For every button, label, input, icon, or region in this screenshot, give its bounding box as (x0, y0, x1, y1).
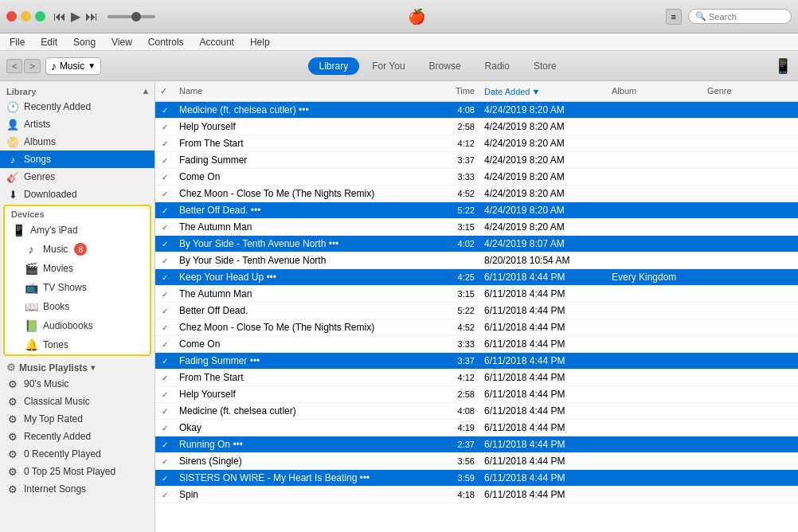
col-genre[interactable]: Genre (702, 84, 798, 98)
table-row[interactable]: ✓ Fading Summer ••• 3:37 6/11/2018 4:44 … (155, 353, 798, 370)
playlist-internet-songs[interactable]: ⚙ Internet Songs (0, 480, 155, 498)
row-date-added: 6/11/2018 4:44 PM (479, 388, 607, 401)
menu-song[interactable]: Song (70, 35, 99, 49)
table-row[interactable]: ✓ Chez Moon - Close To Me (The Nights Re… (155, 319, 798, 336)
next-button[interactable]: ⏭ (85, 10, 98, 24)
music-selector[interactable]: ♪ Music ▼ (45, 57, 101, 75)
table-row[interactable]: ✓ Sirens (Single) 3:56 6/11/2018 4:44 PM (155, 453, 798, 470)
transport-controls: ⏮ ▶ ⏭ (53, 9, 160, 24)
table-row[interactable]: ✓ By Your Side - Tenth Avenue North 8/20… (155, 252, 798, 269)
device-movies[interactable]: 🎬 Movies (5, 259, 150, 278)
device-music[interactable]: ♪ Music 8 (5, 240, 150, 259)
col-date-added[interactable]: Date Added ▼ (479, 84, 607, 98)
table-row[interactable]: ✓ Come On 3:33 4/24/2019 8:20 AM (155, 169, 798, 186)
device-audiobooks[interactable]: 📗 Audiobooks (5, 316, 150, 335)
menu-bar: File Edit Song View Controls Account Hel… (0, 33, 798, 51)
table-row[interactable]: ✓ Fading Summer 3:37 4/24/2019 8:20 AM (155, 152, 798, 169)
sidebar-item-artists[interactable]: 👤 Artists (0, 115, 155, 133)
sidebar-item-downloaded[interactable]: ⬇ Downloaded (0, 186, 155, 203)
row-name: Okay (174, 421, 432, 434)
table-row[interactable]: ✓ Medicine (ft. chelsea cutler) 4:08 6/1… (155, 403, 798, 420)
list-view-button[interactable]: ≡ (666, 9, 682, 25)
table-row[interactable]: ✓ Come On 3:33 6/11/2018 4:44 PM (155, 336, 798, 353)
row-genre (702, 310, 798, 311)
menu-controls[interactable]: Controls (145, 35, 187, 49)
menu-file[interactable]: File (6, 35, 28, 49)
row-name: SISTERS ON WIRE - My Heart Is Beating ••… (174, 471, 432, 484)
col-album[interactable]: Album (607, 84, 702, 98)
row-genre (702, 109, 798, 111)
playlist-top25-most-played[interactable]: ⚙ 0 Top 25 Most Played (0, 463, 155, 480)
playlist-recently-added[interactable]: ⚙ Recently Added (0, 428, 155, 445)
row-album (607, 410, 702, 412)
device-amys-ipad[interactable]: 📱 Amy's iPad (5, 221, 150, 240)
table-row[interactable]: ✓ Okay 4:19 6/11/2018 4:44 PM (155, 420, 798, 436)
row-date-added: 6/11/2018 4:44 PM (479, 421, 607, 434)
menu-view[interactable]: View (108, 35, 135, 49)
table-row[interactable]: ✓ Help Yourself 2:58 6/11/2018 4:44 PM (155, 386, 798, 403)
sidebar-item-genres[interactable]: 🎸 Genres (0, 168, 155, 186)
device-books[interactable]: 📖 Books (5, 297, 150, 316)
playlists-section-header[interactable]: ⚙ Music Playlists ▾ (0, 358, 155, 375)
sidebar-item-recently-added[interactable]: 🕐 Recently Added (0, 98, 155, 115)
prev-button[interactable]: ⏮ (53, 10, 66, 24)
table-row[interactable]: ✓ Keep Your Head Up ••• 4:25 6/11/2018 4… (155, 269, 798, 286)
table-row[interactable]: ✓ Running On ••• 2:37 6/11/2018 4:44 PM (155, 436, 798, 453)
table-row[interactable]: ✓ SISTERS ON WIRE - My Heart Is Beating … (155, 470, 798, 487)
col-name[interactable]: Name (174, 84, 432, 98)
notification-badge: 8 (74, 243, 87, 256)
forward-button[interactable]: > (24, 59, 40, 73)
tab-library[interactable]: Library (308, 57, 360, 75)
row-album (607, 143, 702, 144)
row-check: ✓ (155, 105, 174, 115)
table-row[interactable]: ✓ Spin 4:18 6/11/2018 4:44 PM (155, 487, 798, 503)
row-name: Come On (174, 170, 432, 183)
songs-icon: ♪ (6, 153, 19, 166)
collapse-icon[interactable]: ▴ (143, 86, 148, 96)
nav-bar: < > ♪ Music ▼ Library For You Browse Rad… (0, 51, 798, 81)
close-button[interactable] (6, 11, 17, 22)
tab-store[interactable]: Store (522, 57, 568, 75)
row-album (607, 209, 702, 211)
row-genre (702, 343, 798, 345)
tab-radio[interactable]: Radio (474, 57, 521, 75)
playlist-90s-music[interactable]: ⚙ 90's Music (0, 375, 155, 393)
table-row[interactable]: ✓ Help Yourself 2:58 4/24/2019 8:20 AM (155, 119, 798, 135)
tab-browse[interactable]: Browse (418, 57, 472, 75)
albums-icon: 📀 (6, 135, 19, 148)
menu-account[interactable]: Account (197, 35, 237, 49)
device-tvshows[interactable]: 📺 TV Shows (5, 278, 150, 297)
row-album (607, 176, 702, 178)
back-button[interactable]: < (6, 59, 22, 73)
search-box[interactable]: 🔍 (688, 9, 792, 24)
playlist-recently-played[interactable]: ⚙ 0 Recently Played (0, 445, 155, 463)
row-time: 4:08 (432, 405, 479, 417)
table-row[interactable]: ✓ From The Start 4:12 4/24/2019 8:20 AM (155, 135, 798, 152)
table-row[interactable]: ✓ By Your Side - Tenth Avenue North ••• … (155, 236, 798, 252)
col-time[interactable]: Time (432, 84, 479, 98)
table-row[interactable]: ✓ Better Off Dead. 5:22 6/11/2018 4:44 P… (155, 303, 798, 319)
menu-help[interactable]: Help (247, 35, 273, 49)
device-tones[interactable]: 🔔 Tones (5, 335, 150, 354)
table-row[interactable]: ✓ Better Off Dead. ••• 5:22 4/24/2019 8:… (155, 202, 798, 219)
table-row[interactable]: ✓ Chez Moon - Close To Me (The Nights Re… (155, 186, 798, 202)
sidebar-item-songs[interactable]: ♪ Songs (0, 151, 155, 168)
search-input[interactable] (709, 12, 784, 22)
row-check: ✓ (155, 473, 174, 483)
menu-edit[interactable]: Edit (37, 35, 61, 49)
minimize-button[interactable] (21, 11, 31, 22)
tab-foryou[interactable]: For You (361, 57, 416, 75)
sidebar-item-albums[interactable]: 📀 Albums (0, 133, 155, 151)
table-row[interactable]: ✓ The Autumn Man 3:15 6/11/2018 4:44 PM (155, 286, 798, 303)
row-genre (702, 143, 798, 144)
volume-slider[interactable] (108, 15, 155, 18)
table-row[interactable]: ✓ Medicine (ft. chelsea cutler) ••• 4:08… (155, 102, 798, 119)
playlist-my-top-rated[interactable]: ⚙ My Top Rated (0, 410, 155, 428)
maximize-button[interactable] (35, 11, 45, 22)
playlist-classical[interactable]: ⚙ Classical Music (0, 393, 155, 410)
table-row[interactable]: ✓ From The Start 4:12 6/11/2018 4:44 PM (155, 370, 798, 386)
table-row[interactable]: ✓ The Autumn Man 3:15 4/24/2019 8:20 AM (155, 219, 798, 236)
artists-icon: 👤 (6, 118, 19, 131)
play-button[interactable]: ▶ (71, 9, 80, 24)
row-album (607, 477, 702, 479)
